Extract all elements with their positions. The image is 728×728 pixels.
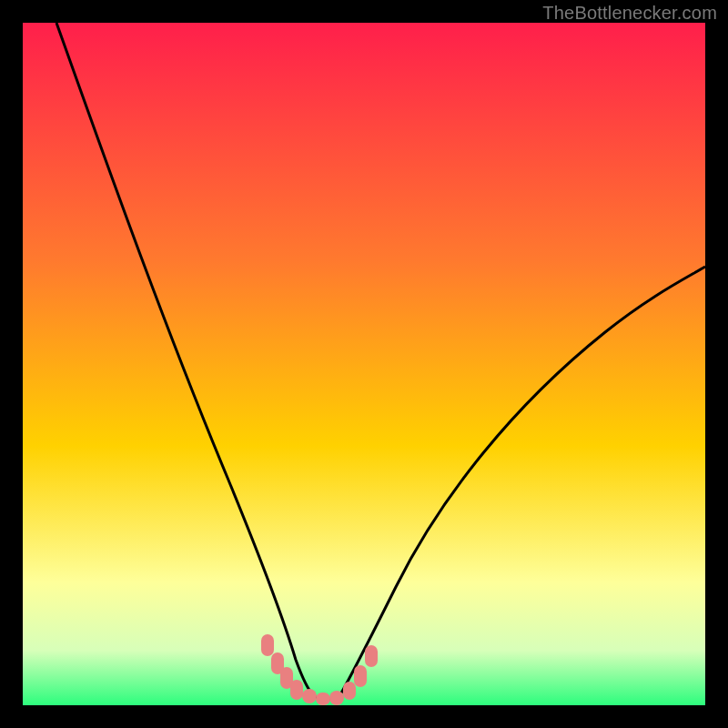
marker-dot: [329, 691, 344, 705]
watermark-text: TheBottlenecker.com: [542, 3, 717, 24]
marker-dot: [316, 693, 330, 705]
chart-frame: TheBottlenecker.com: [0, 0, 728, 728]
marker-dot: [365, 645, 378, 667]
marker-dot: [261, 634, 274, 656]
bottleneck-chart: [23, 23, 705, 705]
gradient-background: [23, 23, 705, 705]
marker-dot: [343, 682, 356, 700]
marker-dot: [354, 665, 367, 687]
marker-dot: [302, 689, 317, 703]
marker-dot: [290, 680, 303, 700]
